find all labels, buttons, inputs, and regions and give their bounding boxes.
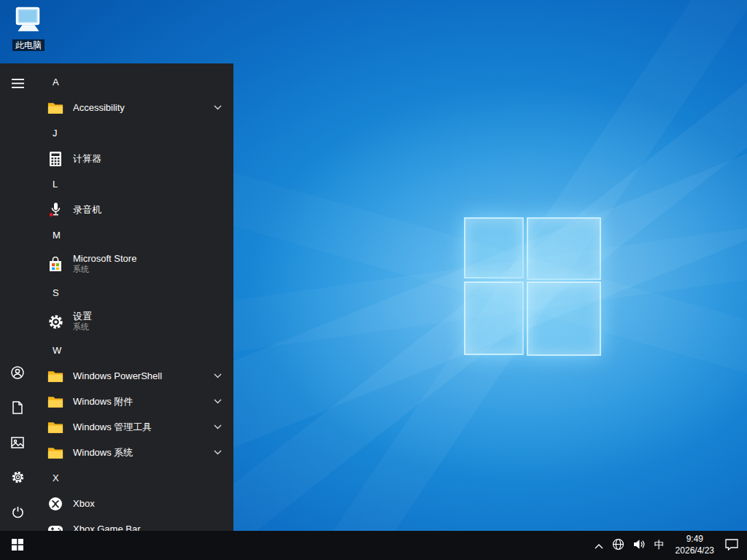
app-item-voice-recorder[interactable]: 录音机 bbox=[35, 197, 233, 222]
windows-logo-pane bbox=[464, 281, 524, 355]
action-center-button[interactable] bbox=[721, 531, 743, 560]
app-folder-accessibility[interactable]: Accessibility bbox=[35, 95, 233, 120]
folder-icon bbox=[44, 390, 67, 413]
clock[interactable]: 9:49 2026/4/23 bbox=[669, 531, 721, 560]
gear-icon bbox=[11, 470, 25, 486]
app-section-header-x[interactable]: X bbox=[35, 465, 233, 491]
pictures-icon bbox=[11, 437, 24, 451]
app-section-header-a[interactable]: A bbox=[35, 69, 233, 95]
pictures-button[interactable] bbox=[0, 426, 35, 461]
start-menu: A Accessibility J bbox=[0, 63, 233, 531]
app-section-header-s[interactable]: S bbox=[35, 280, 233, 306]
document-icon bbox=[12, 401, 23, 416]
microsoft-store-icon bbox=[44, 252, 67, 276]
app-folder-windows-admin-tools[interactable]: Windows 管理工具 bbox=[35, 414, 233, 440]
folder-icon bbox=[44, 365, 67, 388]
start-app-list: A Accessibility J bbox=[35, 63, 233, 531]
windows-logo-pane bbox=[527, 217, 601, 280]
settings-button[interactable] bbox=[0, 461, 35, 496]
folder-icon bbox=[44, 96, 67, 120]
chevron-down-icon bbox=[214, 373, 222, 378]
power-icon bbox=[12, 506, 24, 521]
app-item-xbox[interactable]: Xbox bbox=[35, 491, 233, 516]
microphone-icon bbox=[44, 198, 67, 222]
desktop-wallpaper: 此电脑 bbox=[0, 0, 747, 560]
hamburger-icon bbox=[12, 79, 24, 90]
start-button[interactable] bbox=[0, 531, 35, 560]
time-text: 9:49 bbox=[686, 534, 703, 545]
date-text: 2026/4/23 bbox=[676, 545, 714, 557]
app-item-calculator[interactable]: 计算器 bbox=[35, 146, 233, 171]
chevron-down-icon bbox=[214, 424, 222, 429]
app-subtitle: 系统 bbox=[73, 322, 222, 332]
chevron-down-icon bbox=[214, 399, 222, 404]
app-folder-windows-system[interactable]: Windows 系统 bbox=[35, 440, 233, 465]
app-subtitle: 系统 bbox=[73, 265, 222, 275]
volume-button[interactable] bbox=[629, 531, 650, 560]
desktop-icon-this-pc[interactable]: 此电脑 bbox=[7, 6, 50, 51]
app-folder-windows-accessories[interactable]: Windows 附件 bbox=[35, 389, 233, 414]
chevron-down-icon bbox=[214, 105, 222, 110]
action-center-icon bbox=[725, 539, 738, 553]
folder-icon bbox=[44, 416, 67, 439]
app-section-header-l[interactable]: L bbox=[35, 171, 233, 197]
system-tray: 中 9:49 2026/4/23 bbox=[590, 531, 747, 560]
user-account-button[interactable] bbox=[0, 356, 35, 391]
ime-indicator[interactable]: 中 bbox=[650, 531, 669, 560]
this-pc-icon bbox=[13, 25, 44, 37]
desktop-icon-label: 此电脑 bbox=[12, 39, 44, 51]
xbox-icon bbox=[44, 492, 67, 516]
network-button[interactable] bbox=[608, 531, 629, 560]
user-icon bbox=[11, 366, 24, 381]
chevron-down-icon bbox=[214, 450, 222, 455]
show-hidden-icons-button[interactable] bbox=[590, 531, 608, 560]
power-button[interactable] bbox=[0, 496, 35, 531]
app-section-header-m[interactable]: M bbox=[35, 222, 233, 248]
app-item-settings[interactable]: 设置 系统 bbox=[35, 306, 233, 338]
documents-button[interactable] bbox=[0, 391, 35, 426]
app-section-header-j[interactable]: J bbox=[35, 120, 233, 146]
chevron-up-icon bbox=[595, 540, 603, 551]
calculator-icon bbox=[44, 147, 67, 171]
app-title: Microsoft Store bbox=[73, 253, 222, 265]
app-item-xbox-game-bar[interactable]: Xbox Game Bar bbox=[35, 516, 233, 531]
taskbar: 中 9:49 2026/4/23 bbox=[0, 531, 747, 560]
windows-logo-pane bbox=[527, 281, 601, 356]
app-folder-windows-powershell[interactable]: Windows PowerShell bbox=[35, 363, 233, 389]
speaker-icon bbox=[633, 539, 646, 552]
app-section-header-w[interactable]: W bbox=[35, 338, 233, 363]
start-menu-rail bbox=[0, 63, 35, 531]
windows-logo-pane bbox=[464, 217, 524, 279]
windows-logo-icon bbox=[12, 539, 23, 553]
network-globe-icon bbox=[612, 538, 624, 553]
game-bar-icon bbox=[44, 518, 67, 532]
gear-icon bbox=[44, 310, 67, 333]
folder-icon bbox=[44, 441, 67, 464]
app-title: 设置 bbox=[73, 311, 222, 322]
expand-menu-button[interactable] bbox=[0, 67, 35, 102]
app-item-microsoft-store[interactable]: Microsoft Store 系统 bbox=[35, 248, 233, 280]
